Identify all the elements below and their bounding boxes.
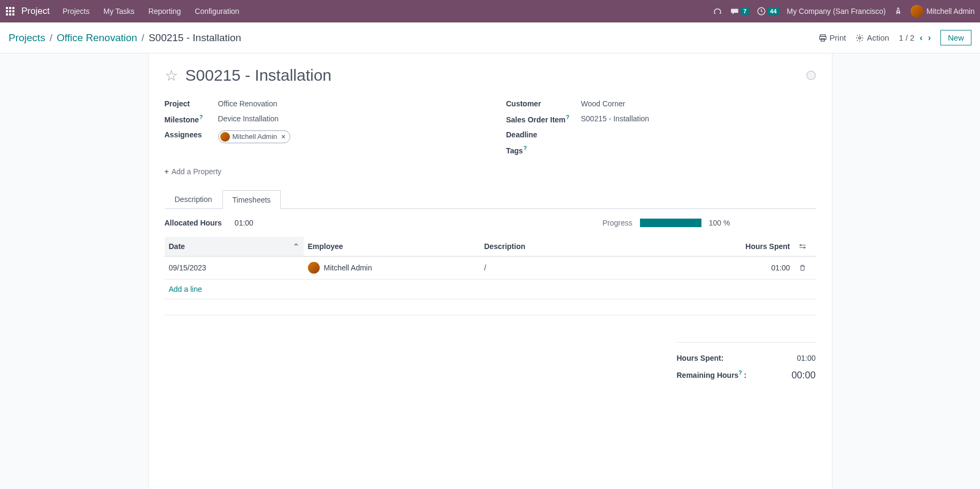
tabs: Description Timesheets <box>165 190 816 209</box>
control-panel: Projects / Office Renovation / S00215 - … <box>0 22 980 53</box>
progress-label: Progress <box>603 219 632 227</box>
field-label-customer: Customer <box>506 99 581 108</box>
form-col-right: Customer Wood Corner Sales Order Item? S… <box>506 96 816 158</box>
field-customer: Customer Wood Corner <box>506 96 816 111</box>
tab-description[interactable]: Description <box>165 190 222 208</box>
col-description[interactable]: Description <box>480 237 730 257</box>
field-sales-order: Sales Order Item? S00215 - Installation <box>506 111 816 127</box>
progress-percent: 100 % <box>709 219 730 227</box>
svg-rect-1 <box>9 7 11 9</box>
field-tags: Tags? <box>506 142 816 158</box>
svg-rect-5 <box>12 10 14 12</box>
add-line-button[interactable]: Add a line <box>169 285 202 293</box>
remove-assignee-icon[interactable]: × <box>281 133 285 141</box>
field-value-customer[interactable]: Wood Corner <box>581 99 626 108</box>
messages-icon[interactable]: 7 <box>730 6 749 16</box>
plus-icon: + <box>165 167 169 176</box>
pager-next-icon[interactable]: › <box>928 33 931 43</box>
cell-description[interactable]: / <box>480 257 730 280</box>
cell-employee[interactable]: Mitchell Admin <box>304 257 480 280</box>
menu-my-tasks[interactable]: My Tasks <box>104 7 135 15</box>
company-selector[interactable]: My Company (San Francisco) <box>787 7 886 15</box>
tab-content-timesheets: Allocated Hours 01:00 Progress 100 % Dat… <box>165 209 816 385</box>
field-label-milestone: Milestone? <box>165 114 218 124</box>
pager: 1 / 2 ‹ › <box>899 33 931 43</box>
field-value-sales-order[interactable]: S00215 - Installation <box>581 114 650 123</box>
breadcrumb-sep: / <box>50 32 52 44</box>
help-icon[interactable]: ? <box>738 370 742 376</box>
breadcrumb: Projects / Office Renovation / S00215 - … <box>9 32 241 44</box>
field-milestone: Milestone? Device Installation <box>165 111 474 127</box>
breadcrumb-projects[interactable]: Projects <box>9 32 45 44</box>
settings-icon[interactable] <box>799 243 812 250</box>
debug-icon[interactable] <box>893 6 903 16</box>
task-title[interactable]: S00215 - Installation <box>186 66 332 84</box>
cell-date[interactable]: 09/15/2023 <box>165 257 304 280</box>
tab-timesheets[interactable]: Timesheets <box>222 190 281 209</box>
new-button[interactable]: New <box>940 30 971 45</box>
print-label: Print <box>830 33 846 42</box>
menu-projects[interactable]: Projects <box>63 7 90 15</box>
stage-circle-icon[interactable] <box>806 71 816 80</box>
col-date[interactable]: Date ⌃ <box>165 237 304 257</box>
allocated-hours-label: Allocated Hours <box>165 219 222 227</box>
add-property-label: Add a Property <box>172 167 221 176</box>
breadcrumb-office-renovation[interactable]: Office Renovation <box>57 32 137 44</box>
progress-group: Progress 100 % <box>603 219 730 227</box>
breadcrumb-current: S00215 - Installation <box>149 32 241 44</box>
field-value-assignees[interactable]: Mitchell Admin × <box>218 130 290 143</box>
field-deadline: Deadline <box>506 127 816 142</box>
app-brand[interactable]: Project <box>21 6 50 17</box>
summary-hours-spent: Hours Spent: 01:00 <box>677 350 816 366</box>
help-icon[interactable]: ? <box>566 114 569 120</box>
help-icon[interactable]: ? <box>199 114 203 120</box>
add-line-row: Add a line <box>165 280 816 299</box>
user-menu[interactable]: Mitchell Admin <box>910 5 975 18</box>
main-menu: Projects My Tasks Reporting Configuratio… <box>63 7 240 15</box>
svg-point-10 <box>897 10 899 13</box>
allocated-row: Allocated Hours 01:00 Progress 100 % <box>165 219 816 227</box>
cell-delete[interactable] <box>794 257 816 280</box>
trash-icon[interactable] <box>799 264 812 271</box>
svg-rect-8 <box>12 13 14 15</box>
control-panel-right: Print Action 1 / 2 ‹ › New <box>819 30 971 45</box>
col-hours[interactable]: Hours Spent <box>730 237 794 257</box>
field-value-milestone[interactable]: Device Installation <box>218 114 279 123</box>
pager-counter[interactable]: 1 / 2 <box>899 33 914 42</box>
timesheet-table: Date ⌃ Employee Description Hours Spent <box>165 237 816 315</box>
user-name: Mitchell Admin <box>927 7 975 15</box>
field-value-project[interactable]: Office Renovation <box>218 99 277 108</box>
voip-icon[interactable] <box>713 6 722 16</box>
svg-rect-6 <box>6 13 8 15</box>
col-employee[interactable]: Employee <box>304 237 480 257</box>
form-container: ☆ S00215 - Installation Project Office R… <box>148 53 832 489</box>
activities-icon[interactable]: 44 <box>757 6 779 16</box>
form-col-left: Project Office Renovation Milestone? Dev… <box>165 96 474 158</box>
print-button[interactable]: Print <box>819 33 846 42</box>
progress-bar <box>640 219 701 227</box>
menu-reporting[interactable]: Reporting <box>149 7 181 15</box>
svg-rect-2 <box>12 7 14 9</box>
pager-prev-icon[interactable]: ‹ <box>920 33 922 43</box>
assignee-chip[interactable]: Mitchell Admin × <box>218 130 290 143</box>
field-label-sales-order: Sales Order Item? <box>506 114 581 124</box>
svg-rect-0 <box>6 7 8 9</box>
employee-name: Mitchell Admin <box>324 263 372 272</box>
apps-icon[interactable] <box>5 6 15 16</box>
user-avatar-icon <box>910 5 923 18</box>
menu-configuration[interactable]: Configuration <box>195 7 239 15</box>
svg-rect-4 <box>9 10 11 12</box>
topbar-right: 7 44 My Company (San Francisco) Mitchell… <box>713 5 975 18</box>
sort-caret-icon: ⌃ <box>293 242 299 251</box>
table-row[interactable]: 09/15/2023 Mitchell Admin / 01:00 <box>165 257 816 280</box>
summary: Hours Spent: 01:00 Remaining Hours? : 00… <box>677 342 816 385</box>
topbar: Project Projects My Tasks Reporting Conf… <box>0 0 980 22</box>
add-property-button[interactable]: + Add a Property <box>165 167 222 176</box>
action-button[interactable]: Action <box>855 33 889 42</box>
cell-hours[interactable]: 01:00 <box>730 257 794 280</box>
remaining-value: 00:00 <box>791 370 815 381</box>
allocated-hours-value[interactable]: 01:00 <box>235 219 253 227</box>
priority-star-icon[interactable]: ☆ <box>165 67 178 84</box>
col-settings[interactable] <box>794 237 816 257</box>
help-icon[interactable]: ? <box>523 145 527 151</box>
